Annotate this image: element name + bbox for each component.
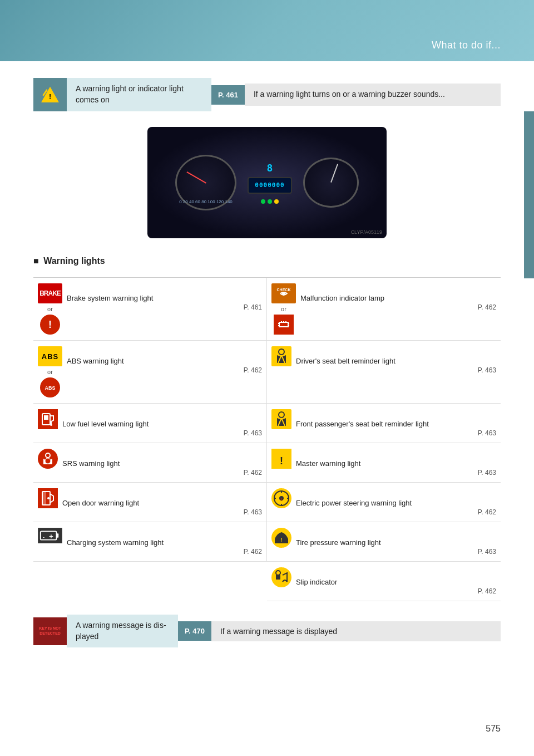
slip-name: Slip indicator bbox=[296, 577, 496, 587]
abs-circle-icon: ABS bbox=[40, 377, 60, 397]
eps-name: Electric power steering warning light bbox=[296, 498, 496, 508]
warning-item-srs: SRS warning light P. 462 bbox=[33, 443, 267, 483]
footer-page-badge: P. 470 bbox=[178, 621, 211, 641]
malfunction-page: P. 462 bbox=[300, 303, 496, 311]
malfunction-or-label: or bbox=[281, 306, 286, 312]
brake-circle-icon: ! bbox=[40, 315, 60, 335]
seatbelt-passenger-text: Front passenger's seat belt reminder lig… bbox=[296, 409, 496, 437]
eps-page: P. 462 bbox=[296, 508, 496, 516]
footer-row: KEY IS NOT DETECTED A warning message is… bbox=[33, 615, 501, 647]
svg-text:!: ! bbox=[281, 497, 283, 502]
key-not-detected-icon: KEY IS NOT DETECTED bbox=[39, 626, 61, 636]
tire-page: P. 463 bbox=[296, 548, 496, 556]
seatbelt-driver-text: Driver's seat belt reminder light P. 463 bbox=[296, 346, 496, 374]
svg-text:CHECK: CHECK bbox=[277, 288, 291, 292]
svg-rect-13 bbox=[44, 415, 48, 420]
svg-rect-32 bbox=[56, 533, 58, 538]
door-page: P. 463 bbox=[62, 508, 262, 516]
top-banner: What to do if... bbox=[0, 0, 534, 61]
abs-or-label: or bbox=[47, 369, 53, 375]
warning-indicator-icon-box: ! bbox=[33, 78, 67, 111]
brake-page: P. 461 bbox=[67, 303, 262, 311]
header-description: A warning light or indicator light comes… bbox=[76, 84, 184, 104]
srs-page: P. 462 bbox=[62, 469, 262, 477]
svg-text:+: + bbox=[49, 532, 53, 541]
charging-icon: - + bbox=[38, 528, 62, 543]
svg-point-14 bbox=[50, 424, 52, 426]
seatbelt-driver-name: Driver's seat belt reminder light bbox=[296, 356, 496, 366]
svg-point-5 bbox=[282, 292, 285, 295]
warning-item-master: ! Master warning light P. 463 bbox=[267, 443, 501, 483]
tire-name: Tire pressure warning light bbox=[296, 537, 496, 548]
abs-page: P. 462 bbox=[67, 366, 262, 374]
malfunction-text: Malfunction indicator lamp P. 462 bbox=[300, 283, 496, 311]
seatbelt-driver-icon bbox=[271, 346, 291, 366]
srs-text: SRS warning light P. 462 bbox=[62, 449, 262, 477]
warning-item-seatbelt-passenger: Front passenger's seat belt reminder lig… bbox=[267, 404, 501, 443]
right-accent-bar bbox=[524, 111, 534, 278]
key-not-detected-icon-box: KEY IS NOT DETECTED bbox=[33, 617, 67, 645]
warning-item-eps: ! Electric power steering warning light … bbox=[267, 483, 501, 522]
door-name: Open door warning light bbox=[62, 498, 262, 508]
seatbelt-passenger-icon bbox=[271, 409, 291, 429]
dashboard-image: 0 20 40 60 80 100 120 140 8 0000000 bbox=[147, 127, 387, 238]
warning-item-slip: Slip indicator P. 462 bbox=[267, 562, 501, 601]
fuel-icon bbox=[38, 409, 58, 429]
svg-text:!: ! bbox=[280, 537, 282, 543]
master-text: Master warning light P. 463 bbox=[296, 449, 496, 477]
tire-icon-container: ! bbox=[271, 528, 291, 548]
seatbelt-passenger-icon-container bbox=[271, 409, 291, 429]
tire-text: Tire pressure warning light P. 463 bbox=[296, 528, 496, 556]
door-icon-container bbox=[38, 488, 58, 508]
engine-icon bbox=[274, 315, 294, 335]
brake-icon-container: BRAKE or ! bbox=[38, 283, 62, 335]
fuel-name: Low fuel level warning light bbox=[62, 419, 262, 429]
brake-icon: BRAKE bbox=[38, 283, 62, 303]
warning-lights-grid: BRAKE or ! Brake system warning light P.… bbox=[33, 277, 501, 601]
door-icon bbox=[38, 488, 58, 508]
brake-name: Brake system warning light bbox=[67, 293, 262, 303]
abs-text-icon: ABS bbox=[38, 346, 62, 366]
abs-text: ABS warning light P. 462 bbox=[67, 346, 262, 374]
page-number: 575 bbox=[486, 724, 501, 734]
footer-description-box: A warning message is dis-played bbox=[67, 615, 178, 647]
seatbelt-passenger-name: Front passenger's seat belt reminder lig… bbox=[296, 419, 496, 429]
seatbelt-driver-icon-container bbox=[271, 346, 291, 366]
eps-icon-container: ! bbox=[271, 488, 291, 508]
svg-rect-24 bbox=[42, 492, 46, 505]
warning-item-door: Open door warning light P. 463 bbox=[33, 483, 267, 522]
footer-sub-text: If a warning message is displayed bbox=[211, 621, 501, 641]
seatbelt-passenger-page: P. 463 bbox=[296, 429, 496, 437]
brake-text: Brake system warning light P. 461 bbox=[67, 283, 262, 311]
fuel-page: P. 463 bbox=[62, 429, 262, 437]
master-icon: ! bbox=[271, 449, 291, 469]
fuel-text: Low fuel level warning light P. 463 bbox=[62, 409, 262, 437]
malfunction-icon-container: CHECK or bbox=[271, 283, 296, 335]
malfunction-icon: CHECK bbox=[271, 283, 296, 303]
srs-icon bbox=[38, 449, 58, 469]
header-row: ! A warning light or indicator light com… bbox=[33, 78, 501, 111]
slip-text: Slip indicator P. 462 bbox=[296, 567, 496, 595]
charging-name: Charging system warning light bbox=[67, 537, 262, 548]
dashboard-image-wrapper: 0 20 40 60 80 100 120 140 8 0000000 bbox=[33, 127, 501, 247]
footer-description: A warning message is dis-played bbox=[76, 621, 166, 641]
abs-name: ABS warning light bbox=[67, 356, 262, 366]
warning-item-tire: ! Tire pressure warning light P. 463 bbox=[267, 522, 501, 562]
charging-text: Charging system warning light P. 462 bbox=[67, 528, 262, 556]
abs-icon-container: ABS or ABS bbox=[38, 346, 62, 397]
svg-rect-6 bbox=[276, 317, 291, 332]
master-name: Master warning light bbox=[296, 458, 496, 469]
warning-item-malfunction: CHECK or Malfunction indicator lamp P. 4… bbox=[267, 278, 501, 341]
seatbelt-driver-page: P. 463 bbox=[296, 366, 496, 374]
warning-item-fuel: Low fuel level warning light P. 463 bbox=[33, 404, 267, 443]
master-icon-container: ! bbox=[271, 449, 291, 469]
warning-item-abs: ABS or ABS ABS warning light P. 462 bbox=[33, 341, 267, 404]
srs-icon-container bbox=[38, 449, 58, 469]
malfunction-name: Malfunction indicator lamp bbox=[300, 293, 496, 303]
warning-item-charging: - + Charging system warning light P. 462 bbox=[33, 522, 267, 562]
dashboard-copyright: CLYP/A05119 bbox=[351, 229, 382, 235]
header-sub-text: If a warning light turns on or a warning… bbox=[245, 84, 501, 106]
slip-icon bbox=[271, 567, 291, 587]
svg-point-25 bbox=[47, 497, 50, 499]
slip-icon-container bbox=[271, 567, 291, 587]
